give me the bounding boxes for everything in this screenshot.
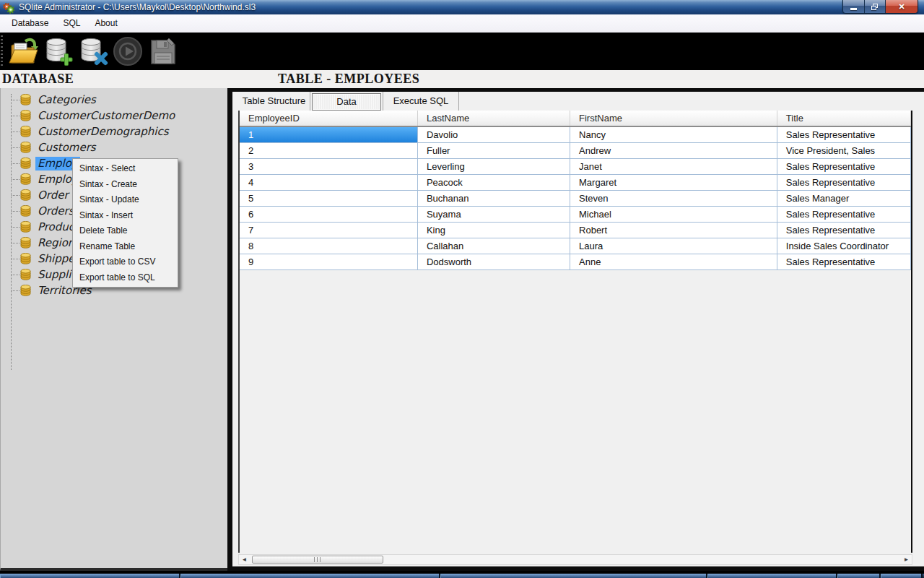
save-button	[145, 34, 180, 69]
cell-title[interactable]: Inside Sales Coordinator	[777, 238, 911, 254]
scrollbar-grip-icon	[314, 557, 322, 562]
cell-employeeid[interactable]: 7	[240, 223, 418, 238]
cell-title[interactable]: Sales Representative	[777, 223, 911, 238]
menu-sql[interactable]: SQL	[56, 14, 87, 33]
cell-firstname[interactable]: Nancy	[570, 127, 777, 142]
column-header-employeeid[interactable]: EmployeeID	[240, 111, 418, 126]
taskbar-button[interactable]	[0, 574, 180, 578]
cell-lastname[interactable]: Davolio	[418, 127, 570, 142]
tree-item-customers[interactable]: Customers	[1, 139, 227, 155]
cell-employeeid[interactable]: 4	[240, 175, 418, 190]
cell-lastname[interactable]: Fuller	[418, 143, 570, 158]
scroll-right-arrow-icon[interactable]: ►	[901, 555, 912, 564]
restore-button[interactable]	[865, 0, 886, 13]
cell-lastname[interactable]: King	[418, 223, 570, 238]
tree-item-label[interactable]: CustomerCustomerDemo	[35, 109, 177, 123]
cell-title[interactable]: Sales Representative	[777, 175, 911, 190]
cell-title[interactable]: Sales Representative	[777, 127, 911, 142]
tab-table-structure[interactable]: Table Structure	[238, 92, 310, 111]
scroll-left-arrow-icon[interactable]: ◄	[239, 555, 250, 564]
context-menu-item-sintax-insert[interactable]: Sintax - Insert	[73, 208, 178, 224]
table-row[interactable]: 7KingRobertSales Representative	[240, 223, 911, 238]
cell-title[interactable]: Sales Representative	[777, 254, 911, 269]
cell-lastname[interactable]: Suyama	[418, 207, 570, 222]
cell-firstname[interactable]: Andrew	[570, 143, 777, 158]
tree-item-customercustomerdemo[interactable]: CustomerCustomerDemo	[1, 108, 227, 124]
taskbar-button[interactable]	[180, 574, 440, 578]
column-header-title[interactable]: Title	[777, 111, 911, 126]
cell-employeeid[interactable]: 5	[240, 191, 418, 206]
cell-firstname[interactable]: Laura	[570, 238, 777, 254]
cell-firstname[interactable]: Anne	[570, 254, 777, 269]
cell-lastname[interactable]: Peacock	[418, 175, 570, 190]
tree-item-label[interactable]: Region	[35, 236, 77, 250]
taskbar-button[interactable]	[881, 574, 923, 578]
horizontal-scrollbar[interactable]: ◄ ►	[238, 554, 912, 565]
cell-employeeid[interactable]: 1	[240, 127, 418, 142]
context-menu-item-sintax-update[interactable]: Sintax - Update	[73, 192, 178, 208]
tree-item-label[interactable]: Categories	[35, 93, 98, 107]
tab-data[interactable]: Data	[312, 93, 381, 111]
cell-employeeid[interactable]: 6	[240, 207, 418, 222]
window-title: SQlite Administrator - C:\Users\Maykol\D…	[19, 2, 256, 12]
tree-item-categories[interactable]: Categories	[1, 92, 227, 108]
close-button[interactable]: ✕	[886, 0, 918, 13]
cell-firstname[interactable]: Steven	[570, 191, 777, 206]
tab-separator	[458, 92, 459, 111]
title-bar[interactable]: SQlite Administrator - C:\Users\Maykol\D…	[0, 0, 924, 14]
cell-lastname[interactable]: Buchanan	[418, 191, 570, 206]
taskbar-button[interactable]	[440, 574, 707, 578]
gears-icon	[3, 2, 14, 14]
tree-item-label[interactable]: Order	[35, 189, 71, 202]
context-menu-item-export-table-to-sql[interactable]: Export table to SQL	[73, 270, 178, 286]
cell-title[interactable]: Sales Representative	[777, 207, 911, 222]
menu-about[interactable]: About	[87, 14, 124, 33]
cell-firstname[interactable]: Robert	[570, 223, 777, 238]
table-row[interactable]: 9DodsworthAnneSales Representative	[240, 254, 911, 270]
tab-execute-sql[interactable]: Execute SQL	[383, 92, 458, 111]
menu-database[interactable]: Database	[4, 14, 56, 33]
cell-lastname[interactable]: Dodsworth	[418, 254, 570, 269]
toolbar-grip[interactable]	[1, 35, 3, 67]
context-menu-item-sintax-create[interactable]: Sintax - Create	[73, 177, 178, 193]
table-row[interactable]: 5BuchananStevenSales Manager	[240, 191, 911, 207]
cell-lastname[interactable]: Callahan	[418, 238, 570, 254]
cell-title[interactable]: Vice President, Sales	[777, 143, 911, 158]
cell-title[interactable]: Sales Manager	[777, 191, 911, 206]
close-database-icon	[77, 35, 109, 67]
tree-item-label[interactable]: Orders	[35, 204, 76, 218]
table-row[interactable]: 8CallahanLauraInside Sales Coordinator	[240, 238, 911, 254]
tree-item-customerdemographics[interactable]: CustomerDemographics	[1, 124, 227, 139]
tree-item-label[interactable]: Produc	[35, 220, 77, 234]
column-header-lastname[interactable]: LastName	[418, 111, 570, 126]
table-row[interactable]: 2FullerAndrewVice President, Sales	[240, 143, 911, 159]
context-menu-item-sintax-select[interactable]: Sintax - Select	[73, 161, 178, 177]
cell-firstname[interactable]: Margaret	[570, 175, 777, 190]
table-row[interactable]: 1DavolioNancySales Representative	[240, 127, 911, 143]
minimize-button[interactable]	[843, 0, 865, 13]
column-header-firstname[interactable]: FirstName	[570, 111, 777, 126]
cell-employeeid[interactable]: 9	[240, 254, 418, 269]
cell-title[interactable]: Sales Representative	[777, 159, 911, 174]
cell-employeeid[interactable]: 3	[240, 159, 418, 174]
scrollbar-thumb[interactable]	[252, 556, 383, 564]
cell-firstname[interactable]: Michael	[570, 207, 777, 222]
cell-employeeid[interactable]: 8	[240, 238, 418, 254]
context-menu-item-rename-table[interactable]: Rename Table	[73, 239, 178, 255]
add-database-button[interactable]	[41, 34, 76, 69]
tree-item-label[interactable]: CustomerDemographics	[35, 125, 171, 139]
taskbar-button[interactable]	[837, 574, 881, 578]
table-row[interactable]: 6SuyamaMichaelSales Representative	[240, 207, 911, 223]
open-database-button[interactable]	[6, 34, 41, 69]
cell-employeeid[interactable]: 2	[240, 143, 418, 158]
close-database-button[interactable]	[76, 34, 110, 69]
table-row[interactable]: 4PeacockMargaretSales Representative	[240, 175, 911, 191]
tree-item-label[interactable]: Customers	[35, 141, 98, 155]
context-menu-item-delete-table[interactable]: Delete Table	[73, 223, 178, 239]
taskbar-button[interactable]	[707, 574, 837, 578]
table-row[interactable]: 3LeverlingJanetSales Representative	[240, 159, 911, 175]
context-menu-item-export-table-to-csv[interactable]: Export table to CSV	[73, 254, 178, 270]
table-icon	[20, 173, 31, 185]
cell-firstname[interactable]: Janet	[570, 159, 777, 174]
cell-lastname[interactable]: Leverling	[418, 159, 570, 174]
